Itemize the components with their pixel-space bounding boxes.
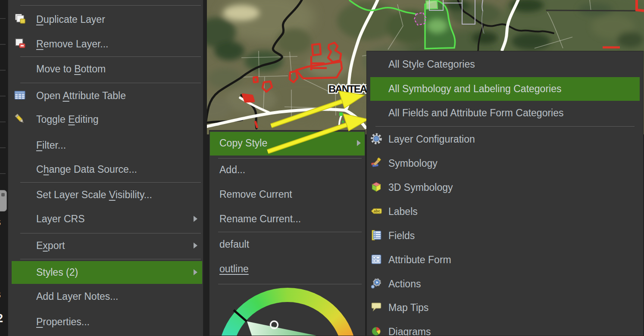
menu-item-properties[interactable]: Properties... [8,311,203,333]
label-part: roperties... [43,316,90,327]
menu-item-symbology[interactable]: Symbology [367,152,643,174]
menu-item-3d-symbology[interactable]: 3D Symbology [367,177,643,198]
fields-icon [370,229,383,242]
menu-separator [20,5,201,6]
map-tips-icon [370,301,383,314]
duplicate-layer-icon [14,13,27,26]
menu-item-move-to-bottom[interactable]: Move to Bottom [8,58,203,80]
menu-item-label: outline [219,258,249,280]
label-part: Copy Style [219,137,267,149]
menu-item-attribute-form[interactable]: Attribute Form [367,249,643,271]
menu-item-layer-configuration[interactable]: Layer Configuration [367,128,643,150]
label-part: Symbology [388,158,438,169]
label-part: E [68,114,75,125]
layer-name-fragment: s [0,289,1,300]
menu-item-label: Map Tips [388,297,428,318]
menu-item-layer-crs[interactable]: Layer CRS [8,208,203,230]
menu-item-styles-2[interactable]: Styles (2) [8,261,203,283]
layer-configuration-icon [370,133,383,146]
label-part: emove Layer... [44,38,109,50]
menu-item-label: Layer CRS [36,208,84,230]
label-part: B [74,63,81,75]
menu-item-diagrams[interactable]: Diagrams [367,321,643,336]
menu-item-label: All Symbology and Labeling Categories [388,78,561,100]
label-part: All Fields and Attribute Form Categories [388,107,564,118]
menu-item-default[interactable]: default [209,233,365,255]
layers-panel-fragment: s s 2 [0,0,8,336]
label-part: diting [75,114,99,125]
label-part: Remove Current [219,189,292,200]
label-part: Attribute Form [388,254,451,265]
menu-item-all-symbology-and-labeling-categories[interactable]: All Symbology and Labeling Categories [367,78,643,100]
menu-item-remove-current[interactable]: Remove Current [209,184,365,205]
menu-item-add[interactable]: Add... [209,159,365,180]
menu-item-all-style-categories[interactable]: All Style Categories [367,53,643,75]
symbology-3d-icon [370,181,383,194]
menu-item-rename-current[interactable]: Rename Current... [209,208,365,230]
menu-separator [20,233,201,233]
menu-item-outline[interactable]: outline [209,258,365,280]
panel-row-divider [0,96,6,96]
menu-item-actions[interactable]: Actions [367,273,643,295]
attribute-form-icon [370,253,383,266]
menu-item-add-layer-notes[interactable]: Add Layer Notes... [8,286,203,307]
label-part: Layer CRS [36,213,84,224]
menu-separator [20,83,201,83]
menu-item-map-tips[interactable]: Map Tips [367,297,643,318]
menu-item-set-layer-scale-visibility[interactable]: Set Layer Scale Visibility... [8,184,203,205]
label-part: outline [219,263,249,274]
panel-row-divider [0,173,6,174]
label-part: Add... [219,164,245,175]
menu-item-labels[interactable]: abcLabels [367,201,643,222]
panel-row-divider [0,147,6,148]
label-part: ottom [81,63,106,75]
label-part: Fields [388,230,415,241]
label-part: Open [36,90,63,101]
label-part: All Style Categories [388,59,475,70]
color-wheel-triangle[interactable] [210,284,365,336]
label-part: Map Tips [388,302,428,313]
label-part: P [36,316,43,327]
menu-item-label: Duplicate Layer [36,9,105,30]
menu-item-duplicate-layer[interactable]: Duplicate Layer [8,9,203,30]
label-part: F [36,140,42,151]
label-part: Layer Configuration [388,134,475,145]
menu-item-label: Open Attribute Table [36,85,126,106]
menu-item-export[interactable]: Export [8,235,203,256]
menu-item-label: Fields [388,225,415,246]
layer-name-fragment: s [0,216,1,228]
menu-item-filter[interactable]: Filter... [8,134,203,156]
menu-item-change-data-source[interactable]: Change Data Source... [8,159,203,180]
green-dot [342,121,344,123]
menu-separator [218,232,362,232]
menu-item-remove-layer[interactable]: Remove Layer... [8,33,203,55]
menu-separator [218,158,362,159]
menu-item-all-fields-and-attribute-form-categories[interactable]: All Fields and Attribute Form Categories [367,102,643,124]
label-part: uplicate Layer [44,14,105,25]
layer-name-fragment: 2 [0,313,3,324]
label-part: Set Layer Scale [36,189,109,200]
svg-text:abc: abc [374,209,381,213]
menu-item-label: Remove Current [219,184,292,205]
menu-item-label: Toggle Editing [36,109,99,130]
menu-separator [375,126,635,127]
menu-item-label: Remove Layer... [36,33,108,55]
label-part: ange Data Source... [49,164,137,175]
menu-separator [218,284,362,284]
label-part: Diagrams [388,326,431,336]
menu-item-toggle-editing[interactable]: Toggle Editing [8,109,203,130]
menu-item-label: Actions [388,273,421,295]
symbology-icon [370,157,383,170]
menu-item-label: Add... [219,159,245,180]
menu-item-open-attribute-table[interactable]: Open Attribute Table [8,85,203,106]
menu-item-fields[interactable]: Fields [367,225,643,246]
menu-item-label: Set Layer Scale Visibility... [36,184,152,205]
menu-item-copy-style[interactable]: Copy Style [209,132,365,154]
label-part: Add Layer Notes... [36,291,119,302]
pencil-icon [14,113,27,126]
menu-item-label: Labels [388,201,418,222]
color-wheel[interactable] [210,284,365,336]
menu-item-label: Symbology [388,152,438,174]
label-part: V [109,189,116,200]
green-dot [339,112,343,116]
